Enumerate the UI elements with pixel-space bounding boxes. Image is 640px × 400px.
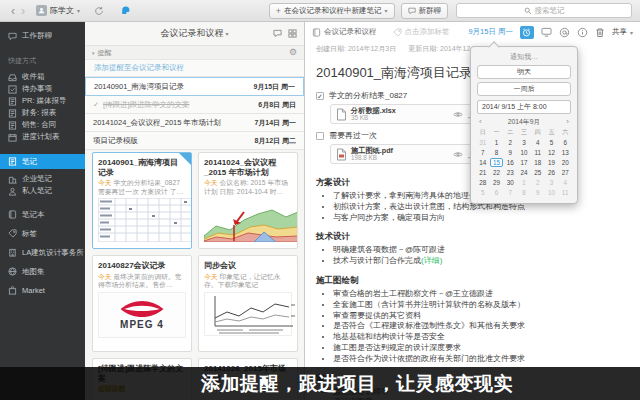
calendar-day[interactable]: 4 [558,178,572,187]
sidebar-item-pr[interactable]: PR: 媒体报导 [0,95,85,107]
sidebar-item-notes[interactable]: 笔记 [0,154,85,169]
calendar-day[interactable]: 30 [503,178,517,187]
reminder-row-selected[interactable]: 20140901_南海湾项目记录 9月15日 周一 [85,77,304,96]
note-card[interactable]: 20141024_会议议程_2015 年市场计划 今天 会议名称: 2015 年… [198,152,298,249]
sidebar-item-atlas[interactable]: 地图集 [0,262,85,281]
calendar-day[interactable]: 2 [531,178,545,187]
forward-button[interactable]: › [18,5,28,17]
reminder-row[interactable]: 项目记录模版 8月12日 周二 [85,132,304,150]
calendar-day[interactable]: 27 [558,168,572,177]
new-chat-button[interactable]: 新群聊 [401,3,449,19]
add-tag-field[interactable]: 点击添加标签 [393,27,450,37]
calendar-day[interactable]: 18 [531,158,545,167]
sidebar-item-business[interactable]: LA建筑设计事务所 [0,243,85,262]
new-note-button[interactable]: + 在会议记录和议程中新建笔记 ▾ [269,3,395,19]
calendar-day[interactable]: 8 [517,188,531,197]
sidebar-item-market[interactable]: Market [0,281,85,300]
reminder-datetime-input[interactable]: 2014/ 9/15 上午 8:00 [477,100,571,114]
calendar-day[interactable]: 5 [476,188,490,197]
calendar-day[interactable]: 3 [517,138,531,147]
sync-icon[interactable] [94,6,104,16]
reminder-row-done[interactable]: ✓ [待跟进]跟进陈学文的文案 6月8日 周日 [85,96,304,114]
sidebar-item-finance[interactable]: 财务: 报表 [0,107,85,119]
calendar-day[interactable]: 6 [558,138,572,147]
in-a-week-button[interactable]: 一周后 [477,82,571,96]
note-chat-icon[interactable] [273,29,282,38]
calendar-day[interactable]: 19 [545,158,559,167]
calendar-day[interactable]: 11 [531,148,545,157]
sidebar-item-personal-notes[interactable]: 私人笔记 [0,185,85,197]
share-button[interactable]: 共享 ▾ [612,27,633,37]
calendar-day[interactable]: 10 [545,188,559,197]
calendar-day[interactable]: 14 [476,158,490,167]
checkbox-checked[interactable]: ✓ [316,92,324,100]
reminder-row[interactable]: 20141024_会议议程_2015 年市场计划 7月14日 周一 [85,114,304,132]
reminder-clock-icon[interactable] [520,26,534,39]
calendar-day[interactable]: 10 [517,148,531,157]
calendar-day[interactable]: 28 [476,178,490,187]
calendar-day[interactable]: 22 [490,168,504,177]
sidebar-item-inbox[interactable]: 收件箱 [0,71,85,83]
calendar-day[interactable]: 13 [558,148,572,157]
calendar-day[interactable]: 8 [490,148,504,157]
reminders-section-header[interactable]: ▾ 提醒 ⚙ [85,46,304,60]
add-reminder-link[interactable]: 添加提醒至会议记录和议程 [85,60,304,77]
checkbox-unchecked[interactable] [316,132,324,140]
sidebar-item-work-chat[interactable]: 工作群聊 [0,29,85,43]
calendar-day[interactable]: 7 [503,188,517,197]
preview-eye-icon[interactable] [453,151,463,158]
preview-eye-icon[interactable] [453,111,463,118]
calendar-day[interactable]: 7 [476,148,490,157]
calendar-day[interactable]: 17 [517,158,531,167]
calendar-day[interactable]: 5 [545,138,559,147]
calendar-day[interactable]: 3 [545,178,559,187]
calendar-day[interactable]: 15 [490,158,504,167]
calendar-day[interactable]: 21 [476,168,490,177]
calendar-day[interactable]: 9 [531,188,545,197]
sidebar-item-notebooks[interactable]: 笔记本 [0,205,85,224]
view-options-icon[interactable] [288,29,297,38]
calendar-day[interactable]: 6 [490,188,504,197]
calendar-day[interactable]: 24 [517,168,531,177]
calendar-day[interactable]: 20 [558,158,572,167]
calendar-day[interactable]: 4 [531,138,545,147]
sidebar-item-business-notes[interactable]: 企业笔记 [0,173,85,185]
note-card[interactable]: 20140901_南海湾项目记录 今天 学文的分析结果_0827 需要再过一次 … [92,152,192,249]
reminder-date-label[interactable]: 9月15日 周一 [468,27,513,37]
tomorrow-button[interactable]: 明天 [477,65,571,79]
calendar-day[interactable]: 26 [545,168,559,177]
calendar-day[interactable]: 1 [517,178,531,187]
notebook-picker[interactable]: 会议记录和议程 [312,27,377,37]
sidebar-item-sales[interactable]: 销售: 合同 [0,119,85,131]
back-button[interactable]: ‹ [8,5,18,17]
calendar-day[interactable]: 12 [545,148,559,157]
calendar-day[interactable]: 25 [531,168,545,177]
gear-icon[interactable]: ⚙ [289,48,297,57]
evernote-elephant-icon[interactable] [120,5,132,17]
calendar-day[interactable]: 16 [503,158,517,167]
calendar-day[interactable]: 2 [503,138,517,147]
calendar-day[interactable]: 1 [490,138,504,147]
notebook-selector[interactable]: 会议记录和议程▾ [160,27,228,40]
sidebar-item-tags[interactable]: 标签 [0,224,85,243]
calendar-day[interactable]: 29 [490,178,504,187]
note-card[interactable]: 同步会议 今天 印象笔记，让记忆永存。下载印象笔记 [198,255,298,352]
info-icon[interactable] [577,27,588,38]
calendar-day[interactable]: 9 [503,148,517,157]
detail-link[interactable]: (详细) [421,256,442,265]
calendar-day[interactable]: 11 [558,188,572,197]
trash-icon[interactable] [595,27,605,38]
next-month-button[interactable]: › [566,118,569,126]
account-menu[interactable]: 陈学文 ▾ [36,5,80,16]
sidebar-item-todos[interactable]: 待办事项 [0,83,85,95]
sidebar-item-schedule[interactable]: 进度计划表 [0,131,85,143]
calendar-day[interactable]: 23 [503,168,517,177]
calendar-day[interactable]: 31 [476,138,490,147]
search-input[interactable]: 搜索笔记 [456,3,632,18]
attachment-pdf[interactable]: 施工图纸.pdf 198.8 KB [330,144,482,164]
presentation-icon[interactable] [541,27,552,37]
work-chat-share-icon[interactable] [559,27,570,38]
attachment-xlsx[interactable]: 分析数据.xlsx 35 KB [330,104,482,124]
note-card[interactable]: 20140827会议记录 今天 最终决策前的调研。竞得市场分析结果。售价… MP… [92,255,192,352]
check-icon[interactable]: ✓ [93,101,99,109]
